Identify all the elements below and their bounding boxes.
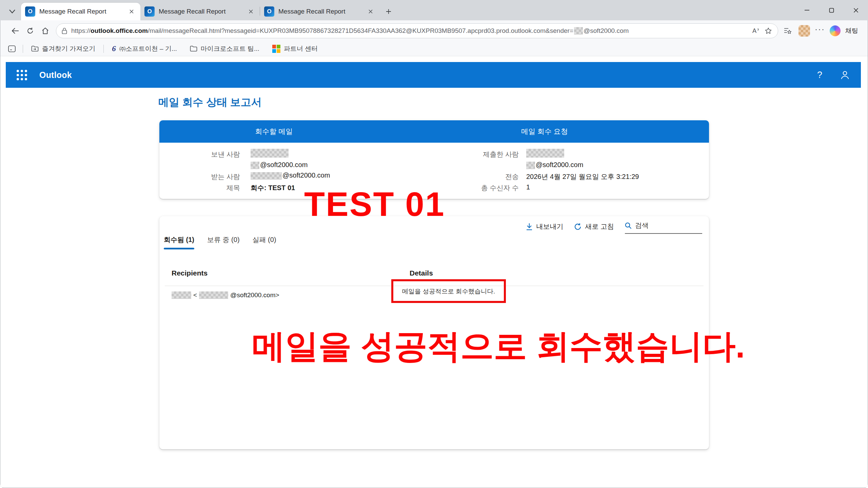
- redacted-profile-avatar[interactable]: [798, 25, 810, 37]
- export-label: 내보내기: [536, 222, 563, 231]
- browser-titlebar: Message Recall Report Message Recall Rep…: [0, 0, 868, 20]
- url-domain: outlook.office.com: [91, 27, 148, 34]
- back-icon: [12, 28, 19, 34]
- bookmark-import-favorites[interactable]: 즐겨찾기 가져오기: [28, 43, 99, 55]
- copilot-label[interactable]: 채팅: [845, 26, 858, 35]
- outlook-favicon: [144, 6, 155, 17]
- outlook-header: Outlook ?: [6, 62, 861, 88]
- subject-label: 제목: [165, 183, 240, 192]
- search-input[interactable]: 검색: [625, 221, 702, 234]
- collections-icon: [784, 27, 791, 34]
- bookmarks-separator: [23, 45, 23, 53]
- download-icon: [526, 223, 533, 230]
- recipient-email-suffix: @soft2000.com>: [230, 291, 279, 299]
- total-recipients-value: 1: [526, 183, 530, 191]
- bookmark-label: 마이크로소프트 팀...: [201, 44, 259, 53]
- refresh-button[interactable]: 새로 고침: [574, 222, 614, 234]
- tab-close-icon[interactable]: [127, 7, 136, 16]
- page-content: Outlook ? 메일 회수 상태 보고서 회수할 메일 메일 회수 요청 보…: [0, 57, 868, 487]
- search-icon: [625, 222, 632, 229]
- tab-title: Message Recall Report: [39, 8, 127, 15]
- export-button[interactable]: 내보내기: [526, 222, 563, 234]
- sender-name-value: [251, 149, 289, 158]
- favorite-star-button[interactable]: [762, 25, 774, 37]
- sidebar-button[interactable]: [6, 43, 18, 55]
- tab-pending[interactable]: 보류 중 (0): [207, 235, 240, 249]
- column-header-recipients: Recipients: [172, 269, 208, 277]
- annotation-red-box: 메일을 성공적으로 회수했습니다.: [391, 279, 506, 303]
- total-recipients-label: 총 수신자 수: [444, 183, 519, 192]
- annotation-test01: TEST 01: [304, 185, 445, 224]
- tab-message-recall-1[interactable]: Message Recall Report: [21, 3, 140, 20]
- bookmark-softicheon[interactable]: 6 ㈜소프트이천 – 기...: [108, 43, 180, 55]
- chevron-down-icon: [9, 9, 15, 14]
- status-tabs: 회수됨 (1) 보류 중 (0) 실패 (0): [164, 235, 276, 249]
- help-button[interactable]: ?: [817, 70, 822, 80]
- outlook-favicon: [25, 6, 35, 17]
- recipient-bracket: <: [193, 291, 197, 299]
- outlook-header-right: ?: [817, 70, 850, 80]
- status-toolbar: 내보내기 새로 고침 검색: [526, 221, 702, 234]
- redacted-recipient-email: [199, 291, 228, 299]
- subject-value: 회수: TEST 01: [251, 183, 295, 192]
- tab-recalled[interactable]: 회수됨 (1): [164, 235, 194, 249]
- bookmarks-separator: [103, 45, 104, 53]
- maximize-button[interactable]: [819, 0, 844, 20]
- collections-button[interactable]: [782, 25, 794, 37]
- browser-window: Message Recall Report Message Recall Rep…: [0, 0, 868, 488]
- settings-menu-button[interactable]: ···: [815, 27, 825, 34]
- bookmark-partner-center[interactable]: 파트너 센터: [269, 43, 321, 55]
- reload-icon: [27, 27, 34, 34]
- search-placeholder: 검색: [635, 221, 649, 230]
- recipient-label: 받는 사람: [165, 172, 240, 181]
- tab-search-button[interactable]: [5, 5, 20, 18]
- copilot-icon[interactable]: [830, 25, 841, 36]
- window-controls: [795, 0, 868, 20]
- bookmark-microsoft-teams-folder[interactable]: 마이크로소프트 팀...: [186, 43, 263, 55]
- recall-mail-header: 회수할 메일: [159, 120, 389, 143]
- tab-title: Message Recall Report: [278, 8, 366, 15]
- sender-email-value: @soft2000.com: [251, 161, 308, 169]
- sent-value: 2026년 4월 27일 월요일 오후 3:21:29: [526, 172, 639, 181]
- tab-failed[interactable]: 실패 (0): [253, 235, 276, 249]
- maximize-icon: [829, 8, 834, 13]
- url-path: /mail/messageRecall.html?messageid=KUXPR…: [148, 27, 573, 34]
- bookmarks-bar: 즐겨찾기 가져오기 6 ㈜소프트이천 – 기... 마이크로소프트 팀... 파…: [0, 41, 868, 56]
- minimize-button[interactable]: [795, 0, 819, 20]
- url-text: https://outlook.office.com/mail/messageR…: [71, 27, 750, 35]
- new-tab-button[interactable]: [381, 4, 396, 19]
- recall-request-header: 메일 회수 요청: [451, 120, 638, 143]
- submitter-name-value: [526, 149, 564, 158]
- column-header-details: Details: [410, 269, 433, 277]
- browser-toolbar: https://outlook.office.com/mail/messageR…: [0, 20, 868, 41]
- svg-text:A: A: [752, 27, 756, 34]
- read-aloud-icon: A: [752, 27, 760, 34]
- details-cell-text: 메일을 성공적으로 회수했습니다.: [402, 287, 495, 296]
- tab-message-recall-3[interactable]: Message Recall Report: [260, 3, 379, 20]
- recall-card-header: 회수할 메일 메일 회수 요청: [159, 120, 709, 143]
- redacted-sender: [574, 27, 583, 35]
- reload-button[interactable]: [23, 23, 38, 38]
- account-icon[interactable]: [840, 70, 850, 80]
- tab-close-icon[interactable]: [246, 7, 256, 16]
- folder-icon: [190, 45, 197, 52]
- read-aloud-button[interactable]: A: [750, 25, 762, 37]
- home-button[interactable]: [38, 23, 53, 38]
- submitter-label: 제출한 사람: [444, 150, 519, 159]
- table-row-recipient: < @soft2000.com>: [172, 291, 279, 300]
- star-icon: [765, 27, 772, 34]
- redacted-recipient-name: [172, 291, 191, 299]
- close-button[interactable]: [844, 0, 868, 20]
- sent-label: 전송: [444, 172, 519, 181]
- tab-close-icon[interactable]: [366, 7, 375, 16]
- import-favorites-icon: [31, 45, 39, 52]
- microsoft-logo-icon: [272, 45, 280, 53]
- close-icon: [853, 8, 859, 13]
- sender-label: 보낸 사람: [165, 150, 240, 159]
- refresh-icon: [574, 223, 581, 230]
- page-title: 메일 회수 상태 보고서: [158, 95, 262, 109]
- back-button[interactable]: [8, 23, 23, 38]
- tab-message-recall-2[interactable]: Message Recall Report: [140, 3, 260, 20]
- address-bar[interactable]: https://outlook.office.com/mail/messageR…: [56, 23, 778, 38]
- app-launcher-icon[interactable]: [17, 70, 27, 80]
